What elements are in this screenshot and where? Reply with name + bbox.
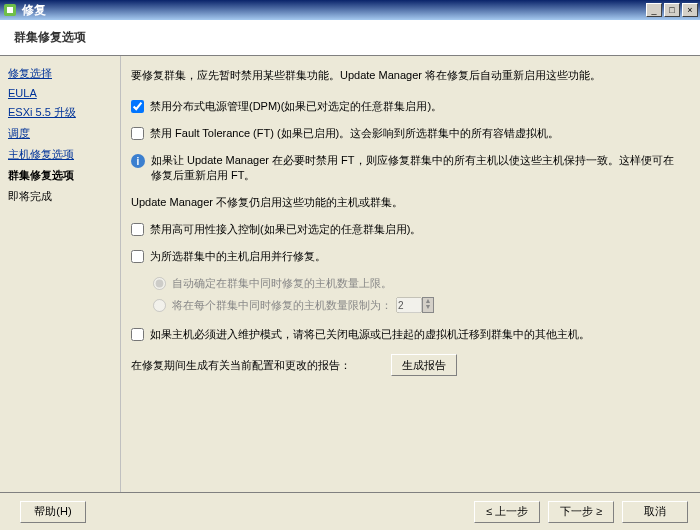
generate-report-button[interactable]: 生成报告 bbox=[391, 354, 457, 376]
checkbox-migrate-vms[interactable] bbox=[131, 328, 144, 341]
info-text: 如果让 Update Manager 在必要时禁用 FT，则应修复群集中的所有主… bbox=[151, 153, 682, 183]
spinner-host-limit[interactable]: ▲▼ bbox=[422, 297, 434, 313]
checkbox-disable-ha[interactable] bbox=[131, 223, 144, 236]
info-ft-note: i 如果让 Update Manager 在必要时禁用 FT，则应修复群集中的所… bbox=[131, 153, 682, 183]
minimize-button[interactable]: _ bbox=[646, 3, 662, 17]
step-remediation-selection[interactable]: 修复选择 bbox=[8, 66, 112, 81]
next-button[interactable]: 下一步 ≥ bbox=[548, 501, 614, 523]
checkbox-parallel[interactable] bbox=[131, 250, 144, 263]
step-schedule[interactable]: 调度 bbox=[8, 126, 112, 141]
checkbox-disable-ft[interactable] bbox=[131, 127, 144, 140]
constraint-note: Update Manager 不修复仍启用这些功能的主机或群集。 bbox=[131, 195, 682, 210]
radio-limit-row: 将在每个群集中同时修复的主机数量限制为： ▲▼ bbox=[153, 297, 682, 313]
label-disable-dpm: 禁用分布式电源管理(DPM)(如果已对选定的任意群集启用)。 bbox=[150, 99, 682, 114]
radio-limit[interactable] bbox=[153, 299, 166, 312]
page-title: 群集修复选项 bbox=[14, 29, 86, 46]
option-disable-ft: 禁用 Fault Tolerance (FT) (如果已启用)。这会影响到所选群… bbox=[131, 126, 682, 141]
help-button[interactable]: 帮助(H) bbox=[20, 501, 86, 523]
radio-auto[interactable] bbox=[153, 277, 166, 290]
window-buttons: _ □ × bbox=[644, 3, 698, 17]
label-radio-limit: 将在每个群集中同时修复的主机数量限制为： bbox=[172, 298, 392, 313]
main-area: 修复选择 EULA ESXi 5.5 升级 调度 主机修复选项 群集修复选项 即… bbox=[0, 56, 700, 492]
parallel-suboptions: 自动确定在群集中同时修复的主机数量上限。 将在每个群集中同时修复的主机数量限制为… bbox=[153, 276, 682, 313]
maximize-button[interactable]: □ bbox=[664, 3, 680, 17]
close-button[interactable]: × bbox=[682, 3, 698, 17]
step-eula[interactable]: EULA bbox=[8, 87, 112, 99]
label-report: 在修复期间生成有关当前配置和更改的报告： bbox=[131, 358, 351, 373]
back-button[interactable]: ≤ 上一步 bbox=[474, 501, 540, 523]
label-migrate-vms: 如果主机必须进入维护模式，请将已关闭电源或已挂起的虚拟机迁移到群集中的其他主机。 bbox=[150, 327, 682, 342]
step-host-options[interactable]: 主机修复选项 bbox=[8, 147, 112, 162]
content-pane: 要修复群集，应先暂时禁用某些群集功能。Update Manager 将在修复后自… bbox=[121, 56, 700, 492]
titlebar: 修复 _ □ × bbox=[0, 0, 700, 20]
checkbox-disable-dpm[interactable] bbox=[131, 100, 144, 113]
step-esxi-upgrade[interactable]: ESXi 5.5 升级 bbox=[8, 105, 112, 120]
wizard-header: 群集修复选项 bbox=[0, 20, 700, 56]
cancel-button[interactable]: 取消 bbox=[622, 501, 688, 523]
intro-text: 要修复群集，应先暂时禁用某些群集功能。Update Manager 将在修复后自… bbox=[131, 68, 682, 83]
label-radio-auto: 自动确定在群集中同时修复的主机数量上限。 bbox=[172, 276, 392, 291]
info-icon: i bbox=[131, 154, 145, 168]
input-host-limit[interactable] bbox=[396, 297, 422, 313]
option-disable-ha: 禁用高可用性接入控制(如果已对选定的任意群集启用)。 bbox=[131, 222, 682, 237]
step-ready-to-complete: 即将完成 bbox=[8, 189, 112, 204]
constraint-note-row: Update Manager 不修复仍启用这些功能的主机或群集。 bbox=[131, 195, 682, 210]
option-parallel: 为所选群集中的主机启用并行修复。 bbox=[131, 249, 682, 264]
svg-rect-1 bbox=[7, 7, 13, 13]
radio-auto-row: 自动确定在群集中同时修复的主机数量上限。 bbox=[153, 276, 682, 291]
label-disable-ft: 禁用 Fault Tolerance (FT) (如果已启用)。这会影响到所选群… bbox=[150, 126, 682, 141]
label-parallel: 为所选群集中的主机启用并行修复。 bbox=[150, 249, 682, 264]
label-disable-ha: 禁用高可用性接入控制(如果已对选定的任意群集启用)。 bbox=[150, 222, 682, 237]
wizard-footer: 帮助(H) ≤ 上一步 下一步 ≥ 取消 bbox=[0, 492, 700, 530]
option-disable-dpm: 禁用分布式电源管理(DPM)(如果已对选定的任意群集启用)。 bbox=[131, 99, 682, 114]
app-icon bbox=[2, 2, 18, 18]
window-title: 修复 bbox=[22, 2, 644, 19]
report-row: 在修复期间生成有关当前配置和更改的报告： 生成报告 bbox=[131, 354, 682, 376]
wizard-steps: 修复选择 EULA ESXi 5.5 升级 调度 主机修复选项 群集修复选项 即… bbox=[0, 56, 120, 492]
step-cluster-options: 群集修复选项 bbox=[8, 168, 112, 183]
option-migrate-vms: 如果主机必须进入维护模式，请将已关闭电源或已挂起的虚拟机迁移到群集中的其他主机。 bbox=[131, 327, 682, 342]
